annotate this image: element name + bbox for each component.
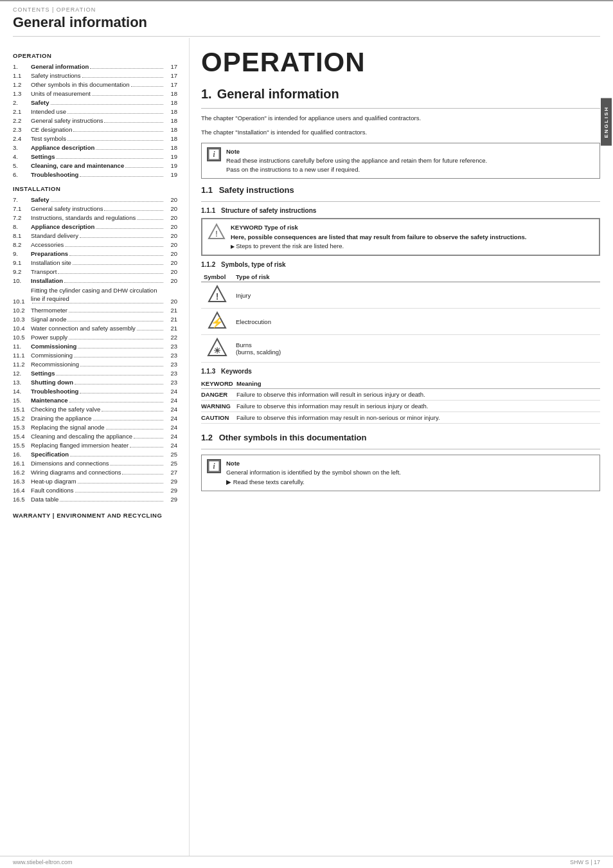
- toc-page: 18: [164, 117, 177, 124]
- note-content-1: Note Read these instructions carefully b…: [226, 147, 487, 175]
- toc-text: Checking the safety valve: [31, 406, 164, 413]
- note-box-2: i Note General information is identified…: [201, 455, 600, 491]
- toc-num: 15.: [13, 397, 31, 404]
- toc-num: 7.2: [13, 214, 31, 221]
- toc-item-10-5: 10.5 Power supply 22: [13, 333, 177, 342]
- toc-label: CE designation: [31, 126, 72, 133]
- breadcrumb: CONTENTS | OPERATION: [13, 6, 600, 13]
- toc-page: 17: [164, 81, 177, 88]
- toc-text: Appliance description: [31, 223, 164, 230]
- arrow-icon: ▶: [231, 244, 236, 249]
- toc-page: 19: [164, 162, 177, 169]
- toc-item-16-3: 16.3 Heat-up diagram 29: [13, 477, 177, 486]
- toc-num: 16.1: [13, 460, 31, 467]
- footer-page: 17: [594, 859, 600, 865]
- toc-item-15-3: 15.3 Replacing the signal anode 24: [13, 423, 177, 432]
- toc-item-1-3: 1.3 Units of measurement 18: [13, 89, 177, 98]
- section113-title: Keywords: [221, 368, 252, 375]
- page-container: CONTENTS | OPERATION General information…: [0, 0, 613, 868]
- toc-dotline: [137, 330, 163, 330]
- toc-num: 10.5: [13, 334, 31, 341]
- toc-dotline: [96, 228, 163, 229]
- toc-label: Fitting the cylinder casing and DHW circ…: [31, 286, 164, 303]
- toc-label: Thermometer: [31, 307, 67, 314]
- toc-page: 20: [164, 223, 177, 230]
- toc-dotline: [58, 273, 163, 274]
- toc-item-11-1: 11.1 Commissioning 23: [13, 351, 177, 360]
- toc-label: General safety instructions: [31, 117, 103, 124]
- toc-label: Troubleshooting: [31, 388, 78, 395]
- toc-text: Safety: [31, 196, 164, 203]
- toc-dotline: [56, 375, 163, 375]
- toc-dotline: [110, 465, 163, 466]
- toc-dotline: [80, 176, 163, 177]
- toc-text: Signal anode: [31, 316, 164, 323]
- toc-item-15-1: 15.1 Checking the safety valve 24: [13, 405, 177, 414]
- toc-num: 11.: [13, 343, 31, 350]
- toc-item-10-2: 10.2 Thermometer 21: [13, 306, 177, 315]
- toc-num: 9.2: [13, 268, 31, 275]
- toc-item-2-1: 2.1 Intended use 18: [13, 107, 177, 116]
- toc-page: 21: [164, 307, 177, 314]
- toc-page: 24: [164, 397, 177, 404]
- section11-divider: [201, 201, 600, 202]
- toc-page: 20: [164, 277, 177, 284]
- toc-item-16-2: 16.2 Wiring diagrams and connections 27: [13, 468, 177, 477]
- toc-item-10-1: 10.1 Fitting the cylinder casing and DHW…: [13, 285, 177, 306]
- toc-dotline: [131, 86, 163, 87]
- toc-label: Safety: [31, 99, 49, 106]
- toc-text: Settings: [31, 153, 164, 160]
- section12-heading: 1.2 Other symbols in this documentation: [201, 433, 600, 442]
- toc-text: Draining the appliance: [31, 415, 164, 422]
- lightning-icon: ⚡: [208, 311, 227, 330]
- toc-page: 19: [164, 153, 177, 160]
- toc-item-15: 15. Maintenance 24: [13, 396, 177, 405]
- toc-page: 24: [164, 424, 177, 431]
- section1-divider: [201, 108, 600, 109]
- toc-label: Instructions, standards and regulations: [31, 214, 136, 221]
- svg-text:i: i: [213, 462, 215, 470]
- toc-label: Installation site: [31, 259, 71, 266]
- toc-dotline: [67, 140, 163, 141]
- toc-dotline: [69, 339, 163, 339]
- footer-website: www.stiebel-eltron.com: [13, 859, 73, 865]
- toc-page: 20: [164, 232, 177, 239]
- toc-num: 10.: [13, 277, 31, 284]
- toc-num: 2.2: [13, 117, 31, 124]
- toc-dotline: [75, 492, 163, 493]
- toc-num: 16.3: [13, 478, 31, 485]
- toc-label: Power supply: [31, 334, 67, 341]
- toc-label: Accessories: [31, 241, 64, 248]
- toc-page: 29: [164, 496, 177, 503]
- toc-dotline: [82, 77, 163, 78]
- toc-num: 2.1: [13, 108, 31, 115]
- toc-item-14: 14. Troubleshooting 24: [13, 387, 177, 396]
- toc-label: Wiring diagrams and connections: [31, 469, 121, 476]
- burns-icon: ☀: [207, 338, 227, 358]
- toc-page: 23: [164, 370, 177, 377]
- toc-num: 6.: [13, 171, 31, 178]
- toc-label: Water connection and safety assembly: [31, 325, 136, 332]
- toc-label: Cleaning and descaling the appliance: [31, 433, 132, 440]
- section1-num: 1.: [201, 87, 212, 102]
- toc-item-11-2: 11.2 Recommissioning 23: [13, 360, 177, 369]
- note-icon-1: i: [207, 147, 221, 161]
- toc-dotline: [130, 447, 163, 448]
- toc-page: 21: [164, 316, 177, 323]
- main-content: OPERATION 1. General information 17 1.1 …: [0, 38, 613, 856]
- toc-column: OPERATION 1. General information 17 1.1 …: [0, 38, 190, 856]
- warning-body2-text: Steps to prevent the risk are listed her…: [236, 242, 344, 249]
- breadcrumb-pipe: |: [52, 6, 57, 13]
- risk-type-electrocution: Electrocution: [233, 309, 600, 335]
- toc-dotline: [96, 149, 163, 150]
- svg-text:i: i: [213, 150, 215, 158]
- toc-num: 8.: [13, 223, 31, 230]
- toc-page: 24: [164, 433, 177, 440]
- toc-page: 24: [164, 415, 177, 422]
- toc-num: 12.: [13, 370, 31, 377]
- toc-label: General information: [31, 63, 89, 70]
- toc-label: Heat-up diagram: [31, 478, 76, 485]
- toc-page: 20: [164, 298, 177, 305]
- note2-text1: General information is identified by the…: [226, 468, 401, 477]
- section111-num: 1.1.1: [201, 207, 215, 214]
